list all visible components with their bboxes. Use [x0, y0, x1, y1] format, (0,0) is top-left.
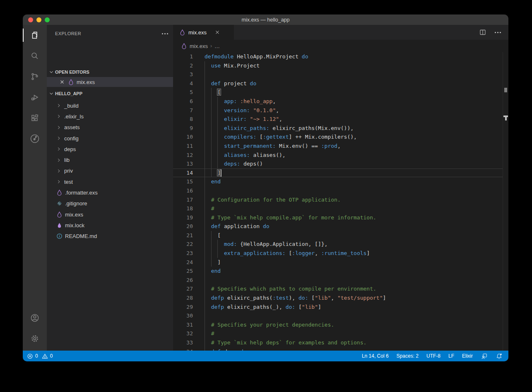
tab-mix-exs[interactable]: mix.exs	[173, 25, 234, 40]
code-line-21[interactable]: 21 [	[173, 231, 508, 240]
line-number: 13	[173, 159, 193, 168]
code-area[interactable]: 1defmodule HelloApp.MixProject do2 use M…	[173, 52, 508, 351]
cursor-position-status[interactable]: Ln 14, Col 6	[362, 353, 389, 359]
open-editor-item-mix-exs[interactable]: mix.exs	[47, 77, 173, 87]
run-debug-icon	[30, 92, 40, 102]
editor-more-actions-icon[interactable]	[495, 32, 501, 33]
line-text: def application do	[205, 222, 270, 231]
code-line-23[interactable]: 23 extra_applications: [:logger, :runtim…	[173, 249, 508, 258]
elixir-icon	[56, 190, 63, 196]
code-line-4[interactable]: 4 def project do	[173, 79, 508, 88]
indentation-status[interactable]: Spaces: 2	[397, 353, 419, 359]
code-line-34[interactable]: 34 def deps do	[173, 347, 508, 351]
code-line-12[interactable]: 12 aliases: aliases(),	[173, 151, 508, 160]
elixir-icon	[181, 43, 187, 49]
line-number: 26	[173, 276, 193, 285]
code-line-28[interactable]: 28 defp elixirc_paths(:test), do: ["lib"…	[173, 293, 508, 303]
line-number: 30	[173, 311, 193, 320]
search-activity-button[interactable]	[23, 46, 47, 66]
elixir-extension-activity-button[interactable]	[23, 128, 47, 149]
extensions-icon	[30, 113, 40, 123]
overview-ruler[interactable]	[503, 52, 508, 351]
code-line-3[interactable]: 3	[173, 70, 508, 79]
indent-guide	[205, 311, 205, 320]
code-line-20[interactable]: 20 def application do	[173, 222, 508, 231]
code-line-7[interactable]: 7 version: "0.1.0",	[173, 106, 508, 115]
line-text: compilers: [:gettext] ++ Mix.compilers()…	[205, 132, 357, 142]
entry-label: test	[64, 179, 73, 185]
explorer-folder-lib[interactable]: lib	[47, 154, 173, 165]
explorer-title: EXPLORER	[55, 31, 162, 36]
project-section[interactable]: HELLO_APP	[47, 89, 173, 99]
code-line-22[interactable]: 22 mod: {HelloApp.Application, []},	[173, 240, 508, 249]
close-tab-icon[interactable]	[214, 29, 220, 35]
code-line-24[interactable]: 24 ]	[173, 258, 508, 267]
code-line-10[interactable]: 10 compilers: [:gettext] ++ Mix.compiler…	[173, 132, 508, 142]
explorer-activity-button[interactable]	[23, 25, 47, 46]
explorer-folder-priv[interactable]: priv	[47, 166, 173, 176]
line-text: extra_applications: [:logger, :runtime_t…	[205, 249, 370, 258]
explorer-folder--build[interactable]: _build	[47, 100, 173, 111]
breadcrumb-item-symbol[interactable]: …	[214, 43, 220, 49]
source-control-activity-button[interactable]	[23, 66, 47, 87]
line-number: 8	[173, 115, 193, 124]
code-line-8[interactable]: 8 elixir: "~> 1.12",	[173, 115, 508, 124]
code-line-19[interactable]: 19 # Type `mix help compile.app` for mor…	[173, 213, 508, 222]
explorer-file--gitignore[interactable]: .gitignore	[47, 198, 173, 209]
code-line-14[interactable]: 14 ]	[173, 168, 508, 178]
code-line-29[interactable]: 29 defp elixirc_paths(_), do: ["lib"]	[173, 303, 508, 312]
code-line-30[interactable]: 30	[173, 311, 508, 320]
extensions-activity-button[interactable]	[23, 108, 47, 128]
code-line-27[interactable]: 27 # Specifies which paths to compile pe…	[173, 284, 508, 293]
code-line-16[interactable]: 16	[173, 186, 508, 195]
minimize-window-button[interactable]	[36, 17, 41, 22]
close-editor-icon[interactable]	[59, 79, 65, 85]
language-mode-status[interactable]: Elixir	[462, 353, 473, 359]
feedback-icon[interactable]	[481, 353, 488, 360]
code-line-6[interactable]: 6 app: :hello_app,	[173, 97, 508, 106]
encoding-status[interactable]: UTF-8	[426, 353, 441, 359]
code-line-26[interactable]: 26	[173, 276, 508, 285]
eol-status[interactable]: LF	[448, 353, 454, 359]
explorer-folder-config[interactable]: config	[47, 133, 173, 144]
code-line-11[interactable]: 11 start_permanent: Mix.env() == :prod,	[173, 142, 508, 151]
accounts-button[interactable]	[23, 308, 47, 328]
code-line-1[interactable]: 1defmodule HelloApp.MixProject do	[173, 52, 508, 61]
explorer-file-mix-exs[interactable]: mix.exs	[47, 209, 173, 220]
problems-status[interactable]: 0 0	[27, 353, 53, 359]
explorer-file--formatter-exs[interactable]: .formatter.exs	[47, 187, 173, 198]
manage-settings-button[interactable]	[23, 328, 47, 349]
code-line-18[interactable]: 18 #	[173, 204, 508, 213]
explorer-folder-test[interactable]: test	[47, 176, 173, 187]
code-line-31[interactable]: 31 # Specifies your project dependencies…	[173, 320, 508, 329]
code-line-13[interactable]: 13 deps: deps()	[173, 159, 508, 168]
breadcrumb-item-file[interactable]: mix.exs	[190, 43, 208, 49]
code-line-2[interactable]: 2 use Mix.Project	[173, 61, 508, 70]
explorer-more-actions-icon[interactable]	[162, 33, 168, 34]
entry-label: lib	[64, 157, 70, 163]
code-line-33[interactable]: 33 # Type `mix help deps` for examples a…	[173, 338, 508, 347]
code-line-15[interactable]: 15 end	[173, 177, 508, 186]
title-bar[interactable]: mix.exs — hello_app	[23, 14, 508, 25]
code-line-32[interactable]: 32 #	[173, 329, 508, 338]
close-window-button[interactable]	[28, 17, 33, 22]
explorer-folder-assets[interactable]: assets	[47, 122, 173, 133]
zoom-window-button[interactable]	[45, 17, 50, 22]
code-line-17[interactable]: 17 # Configuration for the OTP applicati…	[173, 195, 508, 204]
notifications-bell-icon[interactable]	[496, 353, 503, 360]
elixir-icon	[67, 79, 74, 85]
explorer-file-readme-md[interactable]: README.md	[47, 231, 173, 242]
open-editors-section[interactable]: OPEN EDITORS	[47, 67, 173, 77]
run-debug-activity-button[interactable]	[23, 87, 47, 108]
chevron-right-icon	[56, 113, 62, 119]
explorer-file-mix-lock[interactable]: mix.lock	[47, 220, 173, 231]
code-line-9[interactable]: 9 elixirc_paths: elixirc_paths(Mix.env()…	[173, 124, 508, 133]
code-line-5[interactable]: 5 [	[173, 88, 508, 97]
explorer-folder-deps[interactable]: deps	[47, 144, 173, 154]
droplet-icon	[56, 222, 63, 228]
line-number: 29	[173, 303, 193, 312]
explorer-folder--elixir-ls[interactable]: .elixir_ls	[47, 111, 173, 122]
line-number: 6	[173, 97, 193, 106]
split-editor-icon[interactable]	[479, 29, 486, 36]
code-line-25[interactable]: 25 end	[173, 267, 508, 276]
